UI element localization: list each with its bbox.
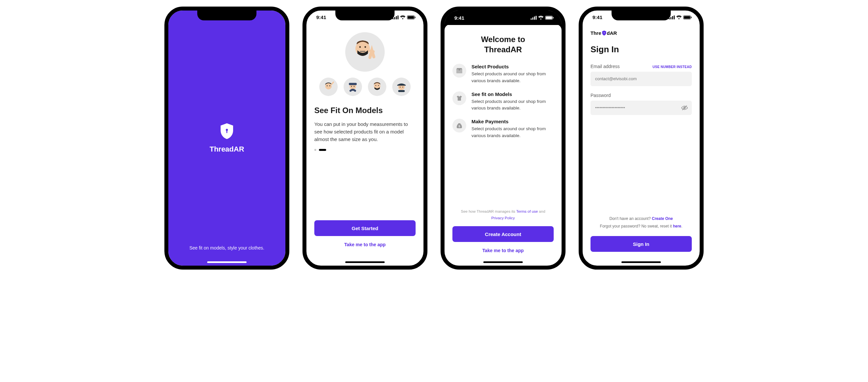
svg-rect-33 <box>546 17 552 19</box>
brand-post: dAR <box>607 30 617 36</box>
feature-title-1: See fit on Models <box>471 91 554 97</box>
svg-point-11 <box>360 46 361 48</box>
svg-rect-42 <box>684 16 690 19</box>
notch <box>473 10 533 21</box>
legal-text: See how ThreadAR manages its Terms of us… <box>453 208 554 222</box>
signin-title: Sign In <box>590 44 692 55</box>
svg-rect-34 <box>553 17 554 19</box>
svg-point-25 <box>400 87 401 88</box>
splash-screen: ThreadAR See fit on models, style your c… <box>168 10 285 266</box>
reset-here-link[interactable]: here <box>673 224 681 228</box>
tagline: See fit on models, style your clothes. <box>189 245 265 251</box>
avatar-thumb-1[interactable] <box>319 77 338 96</box>
shirt-icon <box>453 91 466 105</box>
eye-off-icon <box>681 104 688 112</box>
feature-row-1: See fit on Models Select products around… <box>453 91 554 112</box>
onboarding-body: You can put in your body measurements to… <box>314 120 415 143</box>
wifi-icon <box>400 15 405 20</box>
svg-rect-40 <box>674 15 675 20</box>
battery-icon <box>683 15 692 20</box>
svg-rect-29 <box>532 18 533 20</box>
take-me-to-app-button[interactable]: Take me to the app <box>453 243 554 258</box>
svg-point-26 <box>402 87 403 88</box>
feature-desc-2: Select products around our shop from var… <box>471 126 554 139</box>
svg-text:$: $ <box>458 125 460 128</box>
avatar-thumb-2[interactable] <box>344 77 362 96</box>
password-label: Password <box>590 93 611 98</box>
shield-lock-icon <box>219 123 235 140</box>
feature-desc-0: Select products around our shop from var… <box>471 71 554 84</box>
svg-point-21 <box>375 85 376 86</box>
create-account-button[interactable]: Create Account <box>453 226 554 242</box>
password-input[interactable] <box>590 101 692 115</box>
app-name: ThreadAR <box>210 145 244 154</box>
welcome-title: Welcome to ThreadAR <box>481 34 525 55</box>
status-time: 9:41 <box>590 14 602 20</box>
feature-row-2: $ Make Payments Select products around o… <box>453 119 554 139</box>
svg-rect-43 <box>691 17 692 18</box>
wifi-icon <box>538 16 544 20</box>
svg-rect-27 <box>398 90 405 92</box>
notch <box>612 10 671 21</box>
box-icon <box>453 64 466 77</box>
svg-rect-1 <box>226 130 227 133</box>
pager <box>314 149 415 151</box>
notch <box>335 10 395 21</box>
svg-point-15 <box>330 85 331 86</box>
onboarding-screen: See Fit On Models You can put in your bo… <box>306 24 424 266</box>
money-icon: $ <box>453 119 466 132</box>
sign-in-button[interactable]: Sign In <box>590 236 692 252</box>
pager-dot-0[interactable] <box>314 149 316 151</box>
svg-rect-39 <box>672 16 673 20</box>
get-started-button[interactable]: Get Started <box>314 220 415 236</box>
status-time: 9:41 <box>453 15 464 21</box>
svg-rect-4 <box>396 16 397 20</box>
svg-rect-10 <box>360 51 365 52</box>
svg-rect-24 <box>397 85 406 86</box>
feature-desc-1: Select products around our shop from var… <box>471 98 554 112</box>
svg-rect-5 <box>398 15 399 20</box>
avatar-main <box>345 32 385 72</box>
svg-rect-7 <box>408 16 414 19</box>
brand-pre: Thre <box>590 30 601 36</box>
svg-rect-38 <box>671 17 671 20</box>
toggle-password-visibility-button[interactable] <box>681 104 688 112</box>
create-one-link[interactable]: Create One <box>652 216 673 221</box>
pager-dot-1-active[interactable] <box>319 149 326 151</box>
svg-point-19 <box>354 86 355 87</box>
privacy-link[interactable]: Privacy Policy <box>491 216 515 220</box>
signin-screen: Thre dAR Sign In Email address USE NUMBE… <box>583 24 700 266</box>
email-input[interactable] <box>590 72 692 86</box>
email-label: Email address <box>590 64 620 69</box>
svg-point-14 <box>327 85 328 86</box>
onboarding-title: See Fit On Models <box>314 106 415 115</box>
forgot-prefix: Forgot your password? No sweat, reset it <box>600 224 673 228</box>
feature-title-0: Select Products <box>471 64 554 69</box>
memoji-icon <box>350 37 380 67</box>
use-number-instead-link[interactable]: USE NUMBER INSTEAD <box>653 65 692 69</box>
home-indicator <box>621 261 661 263</box>
welcome-sheet: Welcome to ThreadAR Select Products Sele… <box>444 24 562 266</box>
legal-prefix: See how ThreadAR manages its <box>461 210 516 213</box>
feature-row-0: Select Products Select products around o… <box>453 64 554 84</box>
notch <box>197 10 256 21</box>
avatar-thumb-4[interactable] <box>392 77 411 96</box>
phone-frame-onboarding: 9:41 <box>303 7 427 269</box>
home-indicator <box>483 261 523 263</box>
avatar-thumb-3[interactable] <box>368 77 386 96</box>
welcome-title-line2: ThreadAR <box>484 45 522 54</box>
status-time: 9:41 <box>314 14 326 20</box>
svg-rect-8 <box>415 17 415 18</box>
svg-point-12 <box>365 46 366 48</box>
legal-and: and <box>538 210 545 213</box>
status-icons <box>669 15 692 20</box>
svg-rect-35 <box>459 69 460 70</box>
home-indicator <box>207 261 247 263</box>
terms-link[interactable]: Terms of use <box>516 210 538 213</box>
svg-point-18 <box>351 86 352 87</box>
take-me-to-app-button[interactable]: Take me to the app <box>314 237 415 252</box>
phone-frame-welcome: 9:41 Welcome to ThreadAR Select Products… <box>441 7 565 269</box>
battery-icon <box>545 16 554 20</box>
shield-icon <box>602 31 606 35</box>
phone-frame-signin: 9:41 Thre dAR Sign In Email address USE … <box>579 7 704 269</box>
